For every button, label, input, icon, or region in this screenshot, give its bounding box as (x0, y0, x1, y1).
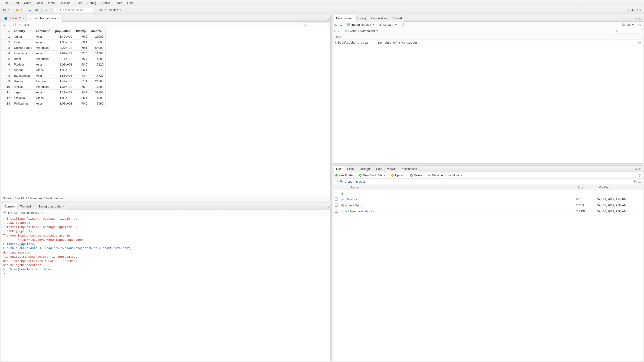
load-workspace-button[interactable] (334, 23, 338, 27)
tab-background-jobs[interactable]: Background Jobs× (36, 203, 67, 210)
language-selector[interactable]: R (334, 29, 340, 33)
table-row[interactable]: 7NigeriaAfrica1.96e+0866.15570 (2, 67, 106, 73)
file-name[interactable]: project.Rproj (345, 204, 576, 207)
table-row[interactable]: 1ChinaAsia1.42e+0976.916000 (2, 34, 106, 40)
open-file-button[interactable] (15, 8, 20, 13)
more-button[interactable]: More (448, 174, 462, 177)
table-row[interactable]: 4IndonesiaAsia2.67e+0872.011700 (2, 51, 106, 56)
tab-environment[interactable]: Environment (334, 15, 355, 22)
clear-objects-button[interactable] (401, 23, 404, 27)
minimize-pane-icon[interactable]: ▭ (635, 17, 638, 20)
table-row[interactable]: 11JapanAsia1.27e+0884.239100 (2, 90, 106, 95)
tab-history[interactable]: History (355, 15, 369, 22)
more-path-button[interactable]: … (638, 180, 641, 183)
filter-button[interactable]: Filter (18, 23, 29, 27)
maximize-pane-icon[interactable]: ◻ (639, 17, 642, 20)
menu-session[interactable]: Session (57, 1, 73, 5)
menu-view[interactable]: View (34, 1, 45, 5)
maximize-pane-icon[interactable]: ◻ (327, 205, 329, 208)
tab-help[interactable]: Help (374, 166, 385, 172)
save-all-button[interactable] (34, 8, 39, 13)
pane-layout-button[interactable] (98, 8, 103, 13)
table-row[interactable]: 5BrazilAmericas2.11e+0875.714300 (2, 56, 106, 62)
menu-debug[interactable]: Debug (85, 1, 98, 5)
goto-wd-icon[interactable]: ↗ (41, 211, 43, 214)
parent-dir-row[interactable]: .. (333, 190, 643, 196)
tab-console[interactable]: Console (2, 204, 18, 210)
data-viewer[interactable]: ▲country◇continent◇population◇lifeexp◇in… (1, 28, 330, 196)
tab-connections[interactable]: Connections (369, 15, 390, 22)
file-row[interactable]: Rproject.Rproj205 BSep 30, 2022, 9:37 AM (333, 202, 643, 208)
upload-button[interactable]: Upload (391, 174, 404, 177)
clear-console-icon[interactable] (325, 211, 328, 214)
print-button[interactable] (44, 8, 49, 13)
close-icon[interactable]: × (58, 17, 59, 20)
menu-build[interactable]: Build (73, 1, 85, 5)
minimize-pane-icon[interactable]: ▭ (323, 17, 325, 20)
new-folder-button[interactable]: New Folder (334, 174, 353, 177)
menu-edit[interactable]: Edit (12, 1, 21, 5)
menu-profile[interactable]: Profile (99, 1, 112, 5)
expand-icon[interactable]: ▶ (335, 41, 337, 44)
table-row[interactable]: 6PakistanAsia2.01e+0868.05220 (2, 62, 106, 67)
column-header[interactable]: continent◇ (34, 28, 54, 34)
close-icon[interactable]: × (22, 17, 24, 20)
file-checkbox[interactable] (335, 210, 338, 213)
forward-button[interactable] (8, 23, 12, 27)
console-output[interactable]: * installing *binary* package 'tibble' .… (1, 216, 330, 361)
file-name[interactable]: .Rhistory (345, 197, 576, 201)
save-workspace-button[interactable] (340, 23, 343, 27)
memory-usage[interactable]: ◉ 233 MiB (379, 23, 397, 27)
menu-tools[interactable]: Tools (113, 1, 124, 5)
env-object-row[interactable]: ▶bubble.chart.data184 obs. of 5 variable… (333, 40, 643, 46)
addins-menu[interactable]: Addins (109, 8, 121, 12)
rename-button[interactable]: Rename (428, 174, 443, 177)
import-dataset-button[interactable]: Import Dataset (347, 23, 374, 27)
maximize-pane-icon[interactable]: ◻ (639, 167, 642, 171)
popout-button[interactable] (13, 23, 16, 27)
delete-button[interactable]: Delete (410, 174, 422, 177)
column-header[interactable]: ▲ (2, 28, 12, 34)
tab-terminal[interactable]: Terminal× (18, 203, 36, 210)
new-file-button[interactable] (2, 8, 7, 13)
tab-packages[interactable]: Packages (356, 166, 374, 172)
list-view-toggle[interactable]: ☰ List (622, 23, 634, 27)
maximize-pane-icon[interactable]: ◻ (327, 17, 329, 20)
select-all-checkbox[interactable] (335, 180, 338, 183)
back-button[interactable] (2, 23, 6, 27)
goto-file-input[interactable]: Go to file/function (54, 7, 93, 13)
file-row[interactable]: bubble-chart-data.csv7.1 KBSep 30, 2022,… (333, 208, 643, 214)
minimize-pane-icon[interactable]: ▭ (635, 167, 638, 171)
file-checkbox[interactable] (335, 204, 338, 207)
table-row[interactable]: 3United StatesAmericas3.27e+0879.154900 (2, 45, 106, 51)
r-project-icon[interactable]: R (633, 180, 636, 183)
menu-file[interactable]: File (2, 1, 11, 5)
file-row[interactable]: .Rhistory0 BSep 19, 2022, 1:44 PM (333, 196, 643, 202)
r-version-selector[interactable]: R 4.2.1 (628, 8, 642, 12)
table-row[interactable]: 10MexicoAmericas1.31e+0876.817300 (2, 84, 106, 90)
file-name[interactable]: bubble-chart-data.csv (345, 210, 576, 213)
tab-presentation[interactable]: Presentation (398, 166, 420, 172)
tab-bubble-chart-data[interactable]: bubble.chart.data × (27, 15, 62, 22)
data-search-input[interactable] (301, 23, 329, 27)
table-row[interactable]: 8BangladeshAsia1.66e+0873.43720 (2, 73, 106, 79)
save-button[interactable] (28, 8, 32, 13)
menu-help[interactable]: Help (125, 1, 136, 5)
view-data-icon[interactable] (638, 41, 641, 45)
breadcrumb-project[interactable]: project (356, 180, 365, 183)
menu-plots[interactable]: Plots (46, 1, 57, 5)
column-header[interactable]: income◇ (90, 28, 106, 34)
tab-tutorial[interactable]: Tutorial (390, 15, 404, 22)
table-row[interactable]: 2IndiaAsia1.35e+0969.16890 (2, 40, 106, 45)
tab-untitled1[interactable]: ⬤ Untitled1* × (2, 15, 27, 22)
refresh-button[interactable] (638, 23, 642, 27)
breadcrumb-cloud[interactable]: Cloud (345, 180, 352, 183)
tab-viewer[interactable]: Viewer (385, 166, 398, 172)
table-row[interactable]: 9RussiaEurope1.44e+0871.124800 (2, 79, 106, 84)
file-checkbox[interactable] (335, 197, 338, 201)
environment-scope-selector[interactable]: Global Environment (344, 29, 378, 33)
column-header[interactable]: country◇ (12, 28, 34, 34)
minimize-pane-icon[interactable]: ▭ (323, 205, 325, 208)
table-row[interactable]: 13PhilippinesAsia1.07e+0870.57960 (2, 101, 106, 106)
tab-files[interactable]: Files (334, 166, 345, 172)
